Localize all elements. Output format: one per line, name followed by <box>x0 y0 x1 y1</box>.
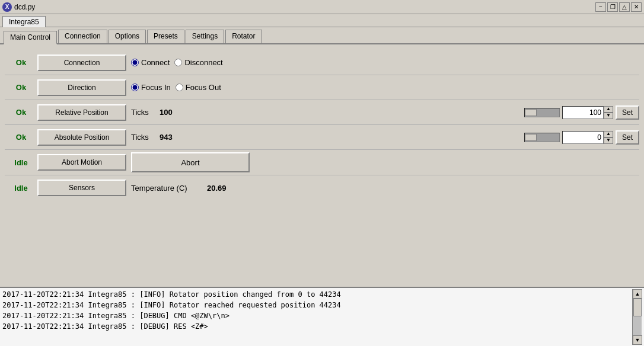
connect-radio[interactable] <box>131 59 139 66</box>
absolute-position-row: Ok Absolute Position Ticks 943 ▲ ▼ <box>5 125 639 150</box>
tab-rotator[interactable]: Rotator <box>225 30 262 43</box>
log-line-0: 2017-11-20T22:21:34 Integra85 : [INFO] R… <box>2 289 632 300</box>
relative-position-button[interactable]: Relative Position <box>37 104 126 121</box>
log-line-2: 2017-11-20T22:21:34 Integra85 : [DEBUG] … <box>2 310 632 321</box>
sensors-status: Idle <box>5 184 37 193</box>
absolute-ticks-label: Ticks <box>131 133 155 142</box>
abort-motion-controls: Abort <box>126 152 639 172</box>
tab-bar: Main Control Connection Options Presets … <box>0 27 644 44</box>
tab-settings[interactable]: Settings <box>186 30 224 43</box>
absolute-position-controls: Ticks 943 ▲ ▼ Set <box>126 130 639 145</box>
absolute-ticks-value: 943 <box>160 133 195 142</box>
sensors-controls: Temperature (C) 20.69 <box>126 184 639 193</box>
temperature-value: 20.69 <box>207 184 227 193</box>
connection-row: Ok Connection Connect Disconnect <box>5 50 639 75</box>
app-icon: X <box>2 2 12 12</box>
relative-position-set[interactable]: Set <box>616 105 639 120</box>
tab-presets[interactable]: Presets <box>147 30 184 43</box>
maximize-button[interactable]: △ <box>619 2 630 12</box>
focus-out-radio[interactable] <box>176 84 183 91</box>
absolute-position-arrows: ▲ ▼ <box>604 131 613 144</box>
abort-motion-row: Idle Abort Motion Abort <box>5 150 639 175</box>
abort-button[interactable]: Abort <box>131 152 250 172</box>
relative-position-controls: Ticks 100 ▲ ▼ Set <box>126 105 639 120</box>
relative-ticks-label: Ticks <box>131 108 155 117</box>
log-scrollbar: ▲ ▼ <box>632 289 642 345</box>
connect-option[interactable]: Connect <box>131 58 170 67</box>
absolute-position-input[interactable] <box>562 131 604 144</box>
restore-button[interactable]: ❐ <box>607 2 618 12</box>
title-bar-left: X dcd.py <box>2 2 35 12</box>
relative-position-input-group: ▲ ▼ Set <box>524 105 639 120</box>
disconnect-radio[interactable] <box>174 59 182 66</box>
connection-status: Ok <box>5 58 37 67</box>
log-content: 2017-11-20T22:21:34 Integra85 : [INFO] R… <box>2 289 632 345</box>
absolute-position-down[interactable]: ▼ <box>604 137 613 144</box>
absolute-position-set[interactable]: Set <box>616 130 639 145</box>
main-content: Main Control Connection Options Presets … <box>0 27 644 287</box>
relative-position-spinbox: ▲ ▼ <box>562 106 613 119</box>
temperature-label: Temperature (C) <box>131 184 202 193</box>
window-controls: − ❐ △ ✕ <box>595 2 642 12</box>
relative-position-row: Ok Relative Position Ticks 100 ▲ ▼ <box>5 100 639 125</box>
app-tab-integra85[interactable]: Integra85 <box>2 16 46 27</box>
sensors-button[interactable]: Sensors <box>37 180 126 196</box>
relative-position-down[interactable]: ▼ <box>604 113 613 119</box>
scroll-up-button[interactable]: ▲ <box>633 289 642 299</box>
direction-status: Ok <box>5 83 37 92</box>
scrollbar-track[interactable] <box>633 299 642 335</box>
absolute-position-button[interactable]: Absolute Position <box>37 129 126 146</box>
scroll-down-button[interactable]: ▼ <box>633 335 642 345</box>
close-button[interactable]: ✕ <box>631 2 642 12</box>
tab-main-control[interactable]: Main Control <box>4 31 57 44</box>
disconnect-option[interactable]: Disconnect <box>174 58 222 67</box>
tab-options[interactable]: Options <box>109 30 146 43</box>
relative-position-up[interactable]: ▲ <box>604 106 613 113</box>
main-panel: Ok Connection Connect Disconnect Ok Dire… <box>0 44 644 287</box>
direction-row: Ok Direction Focus In Focus Out <box>5 75 639 100</box>
log-line-3: 2017-11-20T22:21:34 Integra85 : [DEBUG] … <box>2 321 632 332</box>
tab-connection[interactable]: Connection <box>58 30 107 43</box>
focus-in-option[interactable]: Focus In <box>131 83 171 92</box>
title-bar: X dcd.py − ❐ △ ✕ <box>0 0 644 14</box>
relative-position-status: Ok <box>5 108 37 117</box>
relative-position-arrows: ▲ ▼ <box>604 106 613 119</box>
log-area: 2017-11-20T22:21:34 Integra85 : [INFO] R… <box>0 287 644 346</box>
relative-position-slider[interactable] <box>524 108 560 117</box>
sensors-row: Idle Sensors Temperature (C) 20.69 <box>5 175 639 200</box>
minimize-button[interactable]: − <box>595 2 606 12</box>
app-tab-bar: Integra85 <box>0 14 644 27</box>
absolute-position-spinbox: ▲ ▼ <box>562 131 613 144</box>
focus-out-option[interactable]: Focus Out <box>176 83 221 92</box>
window-title: dcd.py <box>14 3 35 11</box>
relative-position-input[interactable] <box>562 106 604 119</box>
log-line-1: 2017-11-20T22:21:34 Integra85 : [INFO] R… <box>2 300 632 310</box>
absolute-position-up[interactable]: ▲ <box>604 131 613 137</box>
relative-ticks-value: 100 <box>160 108 195 117</box>
focus-in-radio[interactable] <box>131 84 139 91</box>
connection-button[interactable]: Connection <box>37 55 126 71</box>
abort-motion-status: Idle <box>5 158 37 167</box>
direction-button[interactable]: Direction <box>37 79 126 96</box>
absolute-position-status: Ok <box>5 133 37 142</box>
connection-controls: Connect Disconnect <box>126 58 639 67</box>
scrollbar-thumb <box>633 299 642 316</box>
direction-controls: Focus In Focus Out <box>126 83 639 92</box>
abort-motion-button[interactable]: Abort Motion <box>37 154 126 171</box>
absolute-position-slider[interactable] <box>524 133 560 142</box>
absolute-position-input-group: ▲ ▼ Set <box>524 130 639 145</box>
